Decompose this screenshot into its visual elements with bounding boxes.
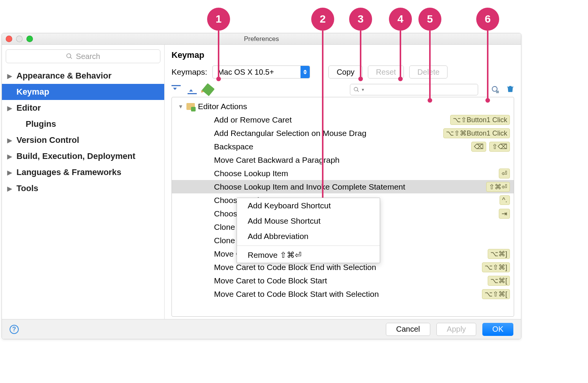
shortcut-badges: ⌥⌘[ [488, 276, 510, 286]
callout-connector-5 [429, 31, 431, 99]
callout-tip-5 [428, 98, 432, 103]
callout-3: 3 [349, 8, 372, 31]
sidebar-item-label: Editor [16, 103, 41, 113]
tree-row[interactable]: Add or Remove Caret⌥⇧Button1 Click [172, 113, 514, 126]
action-search-input[interactable]: ▾ [350, 84, 478, 95]
shortcut-badges: ⌥⇧⌘] [482, 262, 510, 272]
shortcut-badge: ⌥⇧⌘[ [482, 289, 510, 299]
zoom-window-icon[interactable] [26, 36, 33, 42]
tree-row[interactable]: Move Caret Backward a Paragraph [172, 153, 514, 167]
shortcut-badge: ⏎ [499, 169, 510, 178]
callout-tip-3 [358, 77, 363, 81]
disclosure-arrow-icon: ▶ [7, 72, 13, 80]
context-menu-item[interactable]: Add Keyboard Shortcut [237, 198, 380, 213]
dialog-footer: ? Cancel Apply OK [2, 319, 521, 339]
copy-button[interactable]: Copy [328, 65, 363, 79]
callout-tip-6 [485, 98, 490, 103]
tree-row[interactable]: Choose Lookup Item and Invoke Complete S… [172, 180, 514, 193]
sidebar: Search ▶Appearance & BehaviorKeymap▶Edit… [2, 45, 165, 319]
tree-row-label: Choose Lookup Item and Invoke Complete S… [214, 182, 405, 192]
sidebar-item-label: Keymap [16, 87, 49, 97]
shortcut-badges: ⇥ [499, 209, 510, 219]
sidebar-item-build-execution-deployment[interactable]: ▶Build, Execution, Deployment [2, 148, 164, 164]
callout-connector-3 [360, 31, 361, 77]
shortcut-badge: ⌫ [471, 142, 486, 152]
shortcut-badge: ⇧⌫ [489, 142, 510, 152]
sidebar-item-plugins[interactable]: Plugins [2, 116, 164, 132]
callout-2: 2 [311, 8, 334, 31]
minimize-window-icon[interactable] [16, 36, 23, 42]
shortcut-badges: ⌥⇧⌘[ [482, 289, 510, 299]
help-button[interactable]: ? [10, 325, 19, 334]
shortcut-badge: ⇥ [499, 209, 510, 219]
tree-group-label: Editor Actions [198, 102, 247, 111]
keymap-select[interactable]: Mac OS X 10.5+ [212, 65, 310, 79]
callout-4: 4 [389, 8, 412, 31]
cancel-button[interactable]: Cancel [386, 323, 430, 336]
shortcut-badges: ⌥⇧⌘Button1 Click [443, 128, 510, 138]
folder-icon [186, 103, 195, 110]
shortcut-badges: ⌥⇧Button1 Click [450, 115, 510, 125]
shortcut-badge: ⌥⌘] [488, 249, 510, 259]
trash-icon[interactable] [506, 85, 514, 95]
context-menu-item[interactable]: Add Abbreviation [237, 229, 380, 244]
disclosure-arrow-icon: ▶ [7, 153, 13, 160]
tree-row[interactable]: Backspace⌫⇧⌫ [172, 140, 514, 153]
search-scope-caret-icon: ▾ [362, 87, 364, 92]
preferences-window: Preferences Search ▶Appearance & Behavio… [2, 33, 521, 339]
delete-button[interactable]: Delete [409, 65, 448, 79]
disclosure-arrow-icon: ▶ [7, 185, 13, 192]
tree-row-label: Move Caret Backward a Paragraph [214, 155, 340, 165]
tree-row[interactable]: Add Rectangular Selection on Mouse Drag⌥… [172, 126, 514, 140]
tree-row[interactable]: Choose Lookup Item⏎ [172, 167, 514, 180]
find-by-shortcut-icon[interactable] [491, 85, 500, 94]
ok-button[interactable]: OK [482, 323, 513, 336]
apply-button[interactable]: Apply [436, 323, 476, 336]
context-menu: Add Keyboard ShortcutAdd Mouse ShortcutA… [237, 198, 380, 263]
tree-row-label: Add or Remove Caret [214, 115, 292, 124]
disclosure-arrow-icon: ▶ [7, 137, 13, 144]
disclosure-arrow-icon: ▶ [7, 169, 13, 176]
keymaps-row: Keymaps: Mac OS X 10.5+ Copy Reset Delet… [172, 65, 514, 79]
tree-row-label: Move Caret to Code Block Start with Sele… [214, 290, 379, 299]
close-window-icon[interactable] [6, 36, 12, 42]
reset-button[interactable]: Reset [368, 65, 404, 79]
sidebar-item-label: Plugins [26, 119, 56, 129]
window-title: Preferences [244, 35, 279, 43]
shortcut-badges: ⏎ [499, 169, 510, 178]
tree-row-label: Choose Lookup Item [214, 169, 288, 178]
shortcut-badge: ⌥⇧Button1 Click [450, 115, 510, 125]
tree-row[interactable]: Move Caret to Code Block Start⌥⌘[ [172, 274, 514, 287]
sidebar-item-version-control[interactable]: ▶Version Control [2, 132, 164, 148]
shortcut-badge: ⇧⌘⏎ [486, 182, 510, 192]
tree-row[interactable]: Move Caret to Code Block Start with Sele… [172, 287, 514, 301]
tree-group[interactable]: ▼Editor Actions [172, 100, 514, 113]
sidebar-nav: ▶Appearance & BehaviorKeymap▶EditorPlugi… [2, 66, 164, 196]
edit-icon[interactable] [204, 85, 213, 94]
expand-all-icon[interactable] [172, 85, 181, 94]
callout-1: 1 [207, 8, 230, 31]
tree-toolbar: ▾ [172, 84, 514, 95]
callout-5: 5 [418, 8, 441, 31]
main-panel: Keymap Keymaps: Mac OS X 10.5+ Copy Rese… [165, 45, 521, 319]
sidebar-item-languages-frameworks[interactable]: ▶Languages & Frameworks [2, 164, 164, 180]
shortcut-badge: ^. [500, 195, 510, 205]
context-menu-item[interactable]: Add Mouse Shortcut [237, 213, 380, 229]
sidebar-item-label: Languages & Frameworks [16, 167, 121, 177]
shortcut-badge: ⌥⇧⌘] [482, 262, 510, 272]
shortcut-badges: ^. [500, 195, 510, 205]
keymap-selected-value: Mac OS X 10.5+ [217, 68, 274, 77]
sidebar-item-appearance-behavior[interactable]: ▶Appearance & Behavior [2, 68, 164, 84]
collapse-all-icon[interactable] [188, 85, 197, 94]
titlebar: Preferences [2, 33, 521, 45]
search-input[interactable]: Search [6, 49, 160, 63]
sidebar-item-tools[interactable]: ▶Tools [2, 180, 164, 196]
sidebar-item-label: Build, Execution, Deployment [16, 151, 135, 161]
sidebar-item-editor[interactable]: ▶Editor [2, 100, 164, 116]
callout-tip-4 [398, 77, 403, 81]
shortcut-badges: ⌥⌘] [488, 249, 510, 259]
search-icon [66, 53, 73, 60]
context-menu-remove[interactable]: Remove ⇧⌘⏎ [237, 247, 380, 263]
sidebar-item-label: Version Control [16, 135, 79, 145]
sidebar-item-keymap[interactable]: Keymap [2, 84, 164, 100]
